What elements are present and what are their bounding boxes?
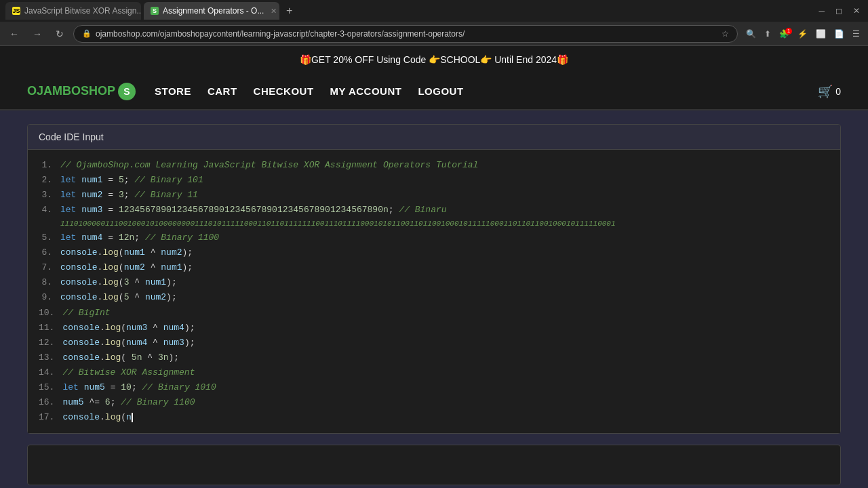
code-line-15: 15. let num5 = 10; // Binary 1010 [39,380,829,395]
code-ide-header: Code IDE Input [28,125,840,150]
profile-icon[interactable]: ⚡ [795,28,810,40]
line-content-16: num5 ^= 6; // Binary 1100 [62,395,195,410]
tab-2[interactable]: S Assignment Operators - O... ✕ [144,2,279,20]
code-ide-title: Code IDE Input [39,131,104,142]
line-num-9: 9. [39,290,52,305]
code-line-12: 12. console.log(num4 ^ num3); [39,336,829,350]
line-num-14: 14. [39,365,54,380]
search-icon[interactable]: 🔍 [743,28,759,40]
line-num-2: 2. [39,173,52,188]
line-num-7: 7. [39,260,52,275]
line-num-11: 11. [39,321,54,336]
cart-icon-wrapper[interactable]: 🛒 0 [818,84,841,99]
browser-nav-icons: 🔍 ⬆ 🧩1 ⚡ ⬜ 📄 ☰ [743,28,863,40]
menu-button[interactable]: ☰ [850,28,863,40]
tab1-label: JavaScript Bitwise XOR Assign... [24,6,141,16]
line-content-14: // Bitwise XOR Assignment [62,365,195,380]
code-line-10: 10. // BigInt [39,306,829,321]
line-content-6: console.log(num1 ^ num2); [60,245,193,260]
extensions-icon[interactable]: 🧩1 [776,28,792,40]
line-content-12: console.log(num4 ^ num3); [62,336,195,350]
code-body[interactable]: 1. // OjamboShop.com Learning JavaScript… [28,150,840,433]
line-content-11: console.log(num3 ^ num4); [62,321,195,336]
code-line-13: 13. console.log( 5n ^ 3n); [39,350,829,365]
line-num-16: 16. [39,395,54,410]
line-content-13: console.log( 5n ^ 3n); [62,350,179,365]
tab-1[interactable]: JS JavaScript Bitwise XOR Assign... [5,2,141,20]
cart-link[interactable]: CART [208,85,237,97]
website-content: 🎁GET 20% OFF Using Code 👉SCHOOL👉 Until E… [0,46,868,488]
cart-count: 0 [835,86,841,97]
checkout-link[interactable]: CHECKOUT [254,85,314,97]
tab1-favicon: JS [12,7,20,15]
promo-banner: 🎁GET 20% OFF Using Code 👉SCHOOL👉 Until E… [0,46,868,73]
line-num-17: 17. [39,410,54,425]
minimize-button[interactable]: ─ [816,5,827,17]
logout-link[interactable]: LOGOUT [418,85,463,97]
code-line-4: 4. let num3 = 12345678901234567890123456… [39,203,829,218]
store-link[interactable]: STORE [155,85,191,97]
share-icon[interactable]: ⬆ [762,28,774,40]
tab2-label: Assignment Operators - O... [163,6,264,16]
code-line-16: 16. num5 ^= 6; // Binary 1100 [39,395,829,410]
close-button[interactable]: ✕ [850,5,863,17]
new-tab-button[interactable]: + [282,5,296,17]
line-num-12: 12. [39,336,54,350]
line-content-4b: 1110100000111001000101000000001110101111… [60,218,616,230]
back-button[interactable]: ← [5,26,23,42]
code-line-2: 2. let num1 = 5; // Binary 101 [39,173,829,188]
logo-s-icon: S [118,83,136,100]
text-cursor [132,413,133,422]
line-num-3: 3. [39,188,52,203]
line-content-3: let num2 = 3; // Binary 11 [60,188,198,203]
code-line-11: 11. console.log(num3 ^ num4); [39,321,829,336]
line-num-15: 15. [39,380,54,395]
shopping-cart-icon: 🛒 [818,84,833,99]
line-content-4: let num3 = 12345678901234567890123456789… [60,203,447,218]
line-content-2: let num1 = 5; // Binary 101 [60,173,203,188]
line-num-1: 1. [39,158,52,173]
refresh-button[interactable]: ↻ [52,26,68,42]
line-content-17: console.log(n [62,410,132,425]
line-content-7: console.log(num2 ^ num1); [60,260,193,275]
reader-view-button[interactable]: 📄 [831,28,847,40]
line-num-6: 6. [39,245,52,260]
main-navigation: OJAMBOSHOP S STORE CART CHECKOUT MY ACCO… [0,73,868,110]
tab2-close-icon[interactable]: ✕ [271,7,277,16]
line-num-5: 5. [39,230,52,245]
logo-link[interactable]: OJAMBOSHOP S [27,83,136,100]
line-num-10: 10. [39,306,54,321]
line-content-15: let num5 = 10; // Binary 1010 [62,380,216,395]
tab-bar: JS JavaScript Bitwise XOR Assign... S As… [0,0,868,22]
line-content-1: // OjamboShop.com Learning JavaScript Bi… [60,158,478,173]
code-line-1: 1. // OjamboShop.com Learning JavaScript… [39,158,829,173]
code-line-5: 5. let num4 = 12n; // Binary 1100 [39,230,829,245]
line-num-8: 8. [39,275,52,290]
restore-button[interactable]: ◻ [833,5,845,17]
code-ide: Code IDE Input 1. // OjamboShop.com Lear… [27,124,841,434]
myaccount-link[interactable]: MY ACCOUNT [330,85,402,97]
lock-icon: 🔒 [82,29,92,38]
forward-button[interactable]: → [28,26,46,42]
address-bar[interactable]: 🔒 ojamboshop.com/ojamboshopaycontent/lea… [73,25,738,43]
sidebar-button[interactable]: ⬜ [813,28,829,40]
line-num-4b [39,218,52,230]
code-line-6: 6. console.log(num1 ^ num2); [39,245,829,260]
code-line-3: 3. let num2 = 3; // Binary 11 [39,188,829,203]
line-content-10: // BigInt [62,306,110,321]
nav-links: STORE CART CHECKOUT MY ACCOUNT LOGOUT [155,85,804,97]
tab2-favicon: S [151,7,159,15]
line-content-5: let num4 = 12n; // Binary 1100 [60,230,219,245]
line-num-13: 13. [39,350,54,365]
code-line-9: 9. console.log(5 ^ num2); [39,290,829,305]
line-content-9: console.log(5 ^ num2); [60,290,177,305]
star-icon: ☆ [722,29,729,39]
code-line-8: 8. console.log(3 ^ num1); [39,275,829,290]
code-line-17: 17. console.log(n [39,410,829,425]
url-text: ojamboshop.com/ojamboshopaycontent/learn… [96,29,717,39]
promo-text: 🎁GET 20% OFF Using Code 👉SCHOOL👉 Until E… [300,54,568,65]
line-num-4: 4. [39,203,52,218]
content-area: Code IDE Input 1. // OjamboShop.com Lear… [0,110,868,488]
logo-text: OJAMBOSHOP [27,84,115,98]
nav-bar: ← → ↻ 🔒 ojamboshop.com/ojamboshopayconte… [0,22,868,46]
